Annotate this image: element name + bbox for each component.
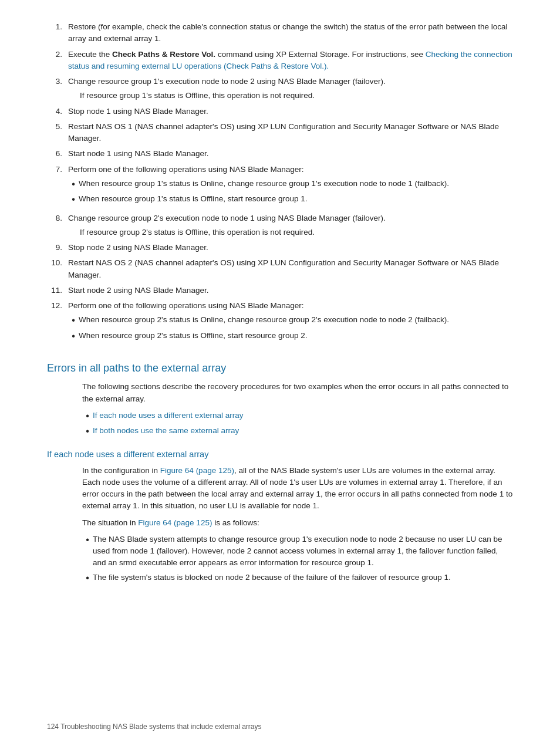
main-bullet-dot-1: • <box>82 534 93 546</box>
list-num-10: 10. <box>47 257 68 269</box>
list-num-4: 4. <box>47 106 68 117</box>
link-same-array[interactable]: If both nodes use the same external arra… <box>93 426 239 435</box>
sub-section-body: In the configuration in Figure 64 (page … <box>47 465 513 585</box>
section-bullet-1: • <box>82 410 93 423</box>
figure-after: is as follows: <box>212 518 259 527</box>
link-figure-64-1[interactable]: Figure 64 (page 125) <box>160 466 234 475</box>
figure-text-paragraph: The situation in Figure 64 (page 125) is… <box>82 517 513 529</box>
bullet-item-12-2: • When resource group 2's status is Offl… <box>68 330 513 343</box>
list-num-1: 1. <box>47 21 68 33</box>
list-num-8: 8. <box>47 212 68 224</box>
bullet-dot-7-2: • <box>68 193 79 206</box>
list-item-4: 4. Stop node 1 using NAS Blade Manager. <box>47 106 513 117</box>
list-item-12: 12. Perform one of the following operati… <box>47 300 513 345</box>
list-content-5: Restart NAS OS 1 (NAS channel adapter's … <box>68 121 513 145</box>
list-content-12: Perform one of the following operations … <box>68 300 513 345</box>
list-item-9: 9. Stop node 2 using NAS Blade Manager. <box>47 242 513 254</box>
list-content-3: Change resource group 1's execution node… <box>68 76 513 102</box>
link-figure-64-2[interactable]: Figure 64 (page 125) <box>138 518 212 527</box>
list-item-11: 11. Start node 2 using NAS Blade Manager… <box>47 285 513 296</box>
list-num-7: 7. <box>47 164 68 175</box>
bullet-content-7-2: When resource group 1's status is Offlin… <box>79 193 513 205</box>
list-num-5: 5. <box>47 121 68 133</box>
list-item-10: 10. Restart NAS OS 2 (NAS channel adapte… <box>47 257 513 281</box>
list-item-2: 2. Execute the Check Paths & Restore Vol… <box>47 49 513 73</box>
sub-intro-text: In the configuration in <box>82 466 160 475</box>
list-content-8: Change resource group 2's execution node… <box>68 212 513 239</box>
section-intro: The following sections describe the reco… <box>82 381 513 405</box>
footer: 124 Troubleshooting NAS Blade systems th… <box>47 721 513 732</box>
bullet-item-7-2: • When resource group 1's status is Offl… <box>68 193 513 206</box>
list-text-8: Change resource group 2's execution node… <box>68 214 386 222</box>
list-sub-3: If resource group 1's status is Offline,… <box>68 90 513 102</box>
list-content-7: Perform one of the following operations … <box>68 164 513 209</box>
bullet-list-7: • When resource group 1's status is Onli… <box>68 178 513 207</box>
list-num-6: 6. <box>47 148 68 160</box>
bullet-dot-7-1: • <box>68 178 79 191</box>
list-item-5: 5. Restart NAS OS 1 (NAS channel adapter… <box>47 121 513 145</box>
list-content-11: Start node 2 using NAS Blade Manager. <box>68 285 513 296</box>
main-bullet-item-1: • The NAS Blade system attempts to chang… <box>82 534 513 569</box>
footer-text: 124 Troubleshooting NAS Blade systems th… <box>47 723 262 731</box>
main-bullet-item-2: • The file system's status is blocked on… <box>82 572 513 585</box>
list-content-9: Stop node 2 using NAS Blade Manager. <box>68 242 513 254</box>
sub-heading: If each node uses a different external a… <box>47 449 513 460</box>
bullet-content-7-1: When resource group 1's status is Online… <box>79 178 513 190</box>
list-item-8: 8. Change resource group 2's execution n… <box>47 212 513 239</box>
main-bullet-content-2: The file system's status is blocked on n… <box>93 572 513 583</box>
main-bullet-content-1: The NAS Blade system attempts to change … <box>93 534 513 569</box>
section-heading: Errors in all paths to the external arra… <box>47 362 513 375</box>
list-item-1: 1. Restore (for example, check the cable… <box>47 21 513 45</box>
list-num-3: 3. <box>47 76 68 87</box>
main-bullet-dot-2: • <box>82 572 93 585</box>
list-text-7: Perform one of the following operations … <box>68 165 303 174</box>
bold-text-2: Check Paths & Restore Vol. <box>112 50 215 59</box>
list-text-3: Change resource group 1's execution node… <box>68 77 386 86</box>
list-content-10: Restart NAS OS 2 (NAS channel adapter's … <box>68 257 513 281</box>
bullet-item-12-1: • When resource group 2's status is Onli… <box>68 314 513 327</box>
bullet-item-7-1: • When resource group 1's status is Onli… <box>68 178 513 191</box>
section-link-item-2: • If both nodes use the same external ar… <box>82 425 513 438</box>
list-num-11: 11. <box>47 285 68 296</box>
section-link-1: If each node uses a different external a… <box>93 410 513 421</box>
figure-text: The situation in <box>82 518 138 527</box>
list-content-4: Stop node 1 using NAS Blade Manager. <box>68 106 513 117</box>
list-text-12: Perform one of the following operations … <box>68 301 303 310</box>
list-content-2: Execute the Check Paths & Restore Vol. c… <box>68 49 513 73</box>
section-link-list: • If each node uses a different external… <box>82 410 513 438</box>
bullet-content-12-1: When resource group 2's status is Online… <box>79 314 513 326</box>
bullet-content-12-2: When resource group 2's status is Offlin… <box>79 330 513 342</box>
list-content-1: Restore (for example, check the cable's … <box>68 21 513 45</box>
main-bullets: • The NAS Blade system attempts to chang… <box>82 534 513 585</box>
list-num-12: 12. <box>47 300 68 312</box>
list-num-2: 2. <box>47 49 68 60</box>
list-item-7: 7. Perform one of the following operatio… <box>47 164 513 209</box>
list-num-9: 9. <box>47 242 68 254</box>
page: 1. Restore (for example, check the cable… <box>0 0 560 746</box>
section-link-2: If both nodes use the same external arra… <box>93 425 513 437</box>
section-body: The following sections describe the reco… <box>47 381 513 438</box>
bullet-dot-12-2: • <box>68 330 79 343</box>
list-sub-8: If resource group 2's status is Offline,… <box>68 227 513 238</box>
link-different-array[interactable]: If each node uses a different external a… <box>93 411 243 420</box>
main-ordered-list: 1. Restore (for example, check the cable… <box>47 21 513 345</box>
section-bullet-2: • <box>82 425 93 438</box>
sub-intro-paragraph: In the configuration in Figure 64 (page … <box>82 465 513 512</box>
bullet-list-12: • When resource group 2's status is Onli… <box>68 314 513 343</box>
list-item-3: 3. Change resource group 1's execution n… <box>47 76 513 102</box>
bullet-dot-12-1: • <box>68 314 79 327</box>
list-item-6: 6. Start node 1 using NAS Blade Manager. <box>47 148 513 160</box>
list-content-6: Start node 1 using NAS Blade Manager. <box>68 148 513 160</box>
section-link-item-1: • If each node uses a different external… <box>82 410 513 423</box>
